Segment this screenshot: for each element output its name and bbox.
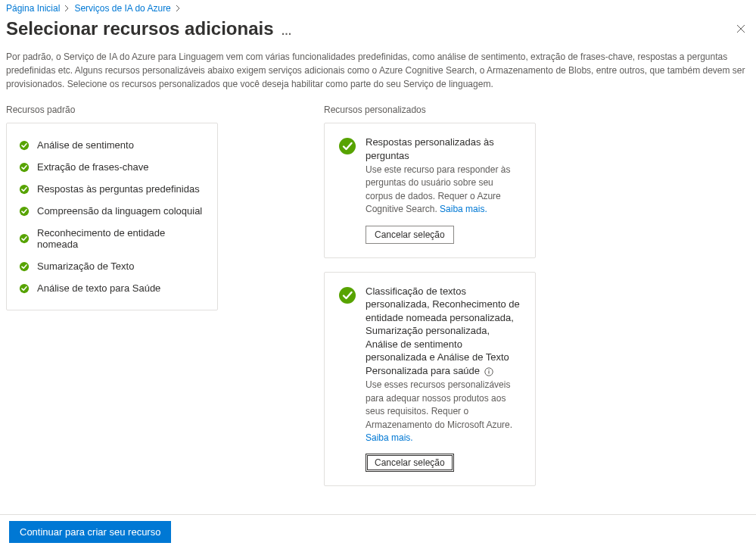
standard-feature-item: Compreensão da linguagem coloquial <box>19 200 205 222</box>
breadcrumb-home[interactable]: Página Inicial <box>6 3 60 14</box>
standard-feature-item: Análise de texto para Saúde <box>19 277 205 299</box>
check-icon <box>19 184 30 195</box>
svg-point-7 <box>339 138 356 154</box>
standard-feature-label: Análise de texto para Saúde <box>37 282 160 294</box>
cancel-selection-button[interactable]: Cancelar seleção <box>366 454 454 472</box>
check-icon <box>338 137 356 155</box>
continue-button[interactable]: Continuar para criar seu recurso <box>9 521 171 543</box>
custom-feature-title: Classificação de textos personalizada, R… <box>366 285 521 378</box>
custom-feature-card: Classificação de textos personalizada, R… <box>324 272 536 487</box>
standard-feature-label: Compreensão da linguagem coloquial <box>37 205 202 217</box>
standard-features-card: Análise de sentimentoExtração de frases-… <box>6 123 218 310</box>
custom-heading: Recursos personalizados <box>324 104 536 115</box>
svg-point-0 <box>20 140 29 149</box>
standard-feature-label: Sumarização de Texto <box>37 260 134 272</box>
standard-feature-item: Reconhecimento de entidade nomeada <box>19 222 205 255</box>
check-icon <box>19 140 30 151</box>
standard-feature-label: Extração de frases-chave <box>37 161 148 173</box>
chevron-right-icon <box>176 5 181 12</box>
standard-heading: Recursos padrão <box>6 104 218 115</box>
breadcrumb-services[interactable]: Serviços de IA do Azure <box>74 3 170 14</box>
breadcrumb: Página Inicial Serviços de IA do Azure <box>6 3 750 14</box>
intro-text: Por padrão, o Serviço de IA do Azure par… <box>6 50 750 91</box>
cancel-selection-button[interactable]: Cancelar seleção <box>366 226 454 244</box>
custom-feature-card: Respostas personalizadas às perguntasUse… <box>324 123 536 258</box>
check-icon <box>19 162 30 173</box>
check-icon <box>338 286 356 304</box>
standard-feature-item: Análise de sentimento <box>19 134 205 156</box>
svg-point-3 <box>20 206 29 215</box>
standard-feature-item: Respostas às perguntas predefinidas <box>19 178 205 200</box>
check-icon <box>19 261 30 272</box>
more-icon[interactable]: … <box>282 25 294 37</box>
svg-rect-10 <box>488 371 489 374</box>
svg-point-8 <box>339 287 356 304</box>
standard-feature-item: Extração de frases-chave <box>19 156 205 178</box>
custom-feature-desc: Use este recurso para responder às pergu… <box>366 164 521 217</box>
standard-feature-label: Reconhecimento de entidade nomeada <box>37 227 205 250</box>
svg-point-5 <box>20 261 29 270</box>
footer-bar: Continuar para criar seu recurso <box>0 514 756 549</box>
check-icon <box>19 206 30 217</box>
svg-rect-11 <box>488 370 489 370</box>
check-icon <box>19 233 30 244</box>
custom-feature-title: Respostas personalizadas às perguntas <box>366 136 521 162</box>
svg-point-4 <box>20 234 29 243</box>
learn-more-link[interactable]: Saiba mais. <box>366 432 413 443</box>
standard-feature-item: Sumarização de Texto <box>19 255 205 277</box>
learn-more-link[interactable]: Saiba mais. <box>440 204 487 214</box>
page-title: Selecionar recursos adicionais … <box>6 18 294 39</box>
svg-point-6 <box>20 283 29 292</box>
info-icon[interactable] <box>484 367 493 376</box>
standard-feature-label: Análise de sentimento <box>37 139 134 151</box>
svg-point-2 <box>20 184 29 193</box>
close-button[interactable] <box>735 23 747 35</box>
close-icon <box>736 24 745 33</box>
chevron-right-icon <box>64 5 70 12</box>
check-icon <box>19 283 30 294</box>
svg-point-1 <box>20 162 29 171</box>
standard-feature-label: Respostas às perguntas predefinidas <box>37 183 200 195</box>
custom-feature-desc: Use esses recursos personalizáveis para … <box>366 379 521 445</box>
